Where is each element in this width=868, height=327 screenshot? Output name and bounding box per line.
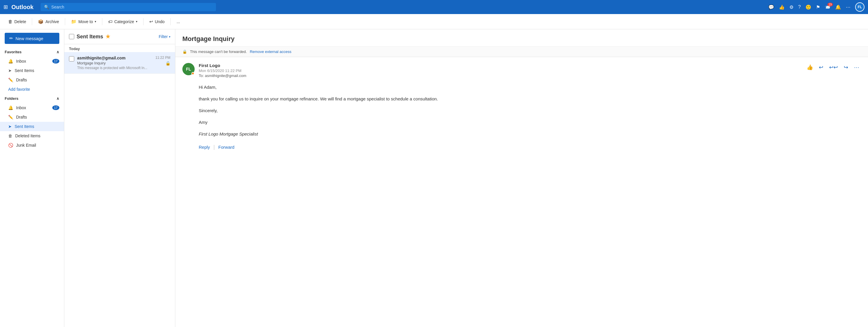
main-layout: ✏ New message Favorites ∧ 🔔 Inbox 17 ➤ S… — [0, 29, 868, 327]
more-toolbar-button[interactable]: ... — [173, 18, 184, 26]
forward-button[interactable]: Forward — [218, 143, 235, 151]
sender-to: To: asmithignite@gmail.com — [199, 74, 801, 78]
junk-label: Junk Email — [16, 143, 36, 147]
settings-icon[interactable]: ⚙ — [789, 4, 794, 10]
remove-access-link[interactable]: Remove external access — [250, 50, 291, 54]
email-preview: This message is protected with Microsoft… — [77, 66, 153, 70]
to-email: asmithignite@gmail.com — [205, 74, 246, 78]
folders-label: Folders — [5, 96, 19, 101]
feedback-icon[interactable]: 👍 — [779, 4, 785, 10]
lock-banner-icon: 🔒 — [182, 50, 187, 54]
app-title: Outlook — [11, 4, 34, 10]
flag-icon[interactable]: ⚑ — [816, 4, 820, 10]
undo-icon: ↩ — [149, 19, 153, 24]
toolbar: 🗑 Delete 📦 Archive 📁 Move to ▾ 🏷 Categor… — [0, 14, 868, 29]
email-list-header: Sent Items ★ Filter ▾ — [64, 29, 175, 44]
notification-badge: 19 — [827, 3, 833, 6]
more-actions-button[interactable]: ⋯ — [852, 63, 861, 72]
new-message-button[interactable]: ✏ New message — [5, 33, 59, 44]
email-body: asmithignite@gmail.com Mortgage Inquiry … — [77, 56, 153, 70]
email-detail: FL First Logo Mon 6/15/2020 11:22 PM To:… — [175, 57, 868, 164]
archive-button[interactable]: 📦 Archive — [34, 17, 63, 26]
sidebar-item-inbox2[interactable]: 🔔 Inbox 17 — [0, 103, 64, 112]
reply-all-button[interactable]: ↩↩ — [827, 63, 840, 72]
reply-button[interactable]: Reply — [199, 143, 210, 151]
sidebar-item-deleted[interactable]: 🗑 Deleted Items — [0, 131, 64, 140]
sent-items-title: Sent Items — [76, 34, 103, 40]
sidebar-item-inbox[interactable]: 🔔 Inbox 17 — [0, 56, 64, 66]
date-group: Today — [64, 44, 175, 52]
sidebar-item-junk[interactable]: 🚫 Junk Email — [0, 140, 64, 150]
add-favorite-link[interactable]: Add favorite — [0, 85, 64, 94]
email-from: asmithignite@gmail.com — [77, 56, 153, 60]
skype-icon[interactable]: 💬 — [768, 4, 774, 10]
categorize-button[interactable]: 🏷 Categorize ▾ — [105, 17, 141, 26]
waffle-icon[interactable]: ⊞ — [3, 4, 8, 10]
sidebar-item-drafts-fav[interactable]: ✏️ Drafts — [0, 75, 64, 85]
undo-button[interactable]: ↩ Undo — [146, 17, 168, 26]
categorize-label: Categorize — [114, 19, 134, 24]
email-list: Sent Items ★ Filter ▾ Today asmithignite… — [64, 29, 175, 327]
delete-icon: 🗑 — [8, 19, 12, 24]
email-meta: 11:22 PM 🔒 — [155, 56, 170, 65]
like-button[interactable]: 👍 — [805, 63, 815, 72]
new-message-label: New message — [16, 36, 43, 41]
email-item[interactable]: asmithignite@gmail.com Mortgage Inquiry … — [64, 52, 175, 74]
delete-button[interactable]: 🗑 Delete — [5, 17, 30, 26]
inbox-badge: 17 — [52, 105, 59, 110]
body-content: thank you for calling us to inquire on y… — [199, 96, 861, 103]
favorites-section-header[interactable]: Favorites ∧ — [0, 48, 64, 56]
email-checkbox[interactable] — [69, 56, 74, 61]
filter-label: Filter — [159, 34, 168, 39]
delete-label: Delete — [14, 19, 26, 24]
sidebar-item-sent-fav[interactable]: ➤ Sent Items — [0, 66, 64, 75]
filter-button[interactable]: Filter ▾ — [159, 34, 170, 39]
emoji-icon[interactable]: 🙂 — [805, 4, 811, 10]
categorize-icon: 🏷 — [108, 19, 113, 24]
to-label: To: — [199, 74, 204, 78]
sent-fav-label: Sent Items — [14, 68, 34, 73]
status-dot — [191, 72, 194, 75]
more-label: ... — [177, 19, 180, 24]
drafts-icon: ✏️ — [8, 115, 13, 119]
archive-label: Archive — [45, 19, 59, 24]
undo-label: Undo — [155, 19, 164, 24]
search-box: 🔍 — [41, 3, 216, 11]
folders-section-header[interactable]: Folders ∧ — [0, 94, 64, 103]
compose-icon: ✏ — [9, 36, 13, 41]
move-to-label: Move to — [78, 19, 93, 24]
star-icon[interactable]: ★ — [105, 33, 110, 40]
move-dropdown-icon: ▾ — [95, 20, 96, 23]
sender-info: First Logo Mon 6/15/2020 11:22 PM To: as… — [199, 63, 801, 78]
bell-icon[interactable]: 🔔 — [835, 4, 841, 10]
deleted-icon: 🗑 — [8, 134, 12, 138]
reply-action-button[interactable]: ↩ — [817, 63, 825, 72]
sidebar-item-sent[interactable]: ➤ Sent Items — [0, 122, 64, 131]
folders-collapse-icon: ∧ — [56, 96, 59, 101]
forward-action-button[interactable]: ↪ — [842, 63, 850, 72]
toolbar-separator-5 — [170, 18, 171, 25]
junk-icon: 🚫 — [8, 143, 13, 147]
sent-fav-icon: ➤ — [8, 68, 12, 73]
inbox-label: Inbox — [16, 105, 26, 110]
top-nav-right: 💬 👍 ⚙ ? 🙂 ⚑ 📨 19 🔔 ⋯ FL — [768, 2, 865, 12]
archive-icon: 📦 — [38, 19, 43, 24]
search-input[interactable] — [52, 5, 213, 9]
toolbar-separator-4 — [143, 18, 144, 25]
avatar[interactable]: FL — [855, 2, 865, 12]
notifications-icon[interactable]: 📨 19 — [825, 4, 831, 10]
move-to-button[interactable]: 📁 Move to ▾ — [67, 17, 100, 26]
sender-row: FL First Logo Mon 6/15/2020 11:22 PM To:… — [182, 63, 861, 78]
email-actions: 👍 ↩ ↩↩ ↪ ⋯ — [805, 63, 861, 72]
select-all-checkbox[interactable] — [69, 34, 74, 39]
search-icon: 🔍 — [44, 5, 49, 9]
sidebar: ✏ New message Favorites ∧ 🔔 Inbox 17 ➤ S… — [0, 29, 64, 327]
reply-section: Reply | Forward — [199, 143, 861, 158]
sidebar-item-drafts[interactable]: ✏️ Drafts — [0, 112, 64, 122]
top-navigation: ⊞ Outlook 🔍 💬 👍 ⚙ ? 🙂 ⚑ 📨 19 🔔 ⋯ FL — [0, 0, 868, 14]
sender-avatar: FL — [182, 63, 195, 75]
email-time: 11:22 PM — [155, 56, 170, 60]
inbox-icon: 🔔 — [8, 105, 13, 110]
help-icon[interactable]: ? — [798, 4, 801, 10]
more-icon[interactable]: ⋯ — [846, 4, 850, 10]
